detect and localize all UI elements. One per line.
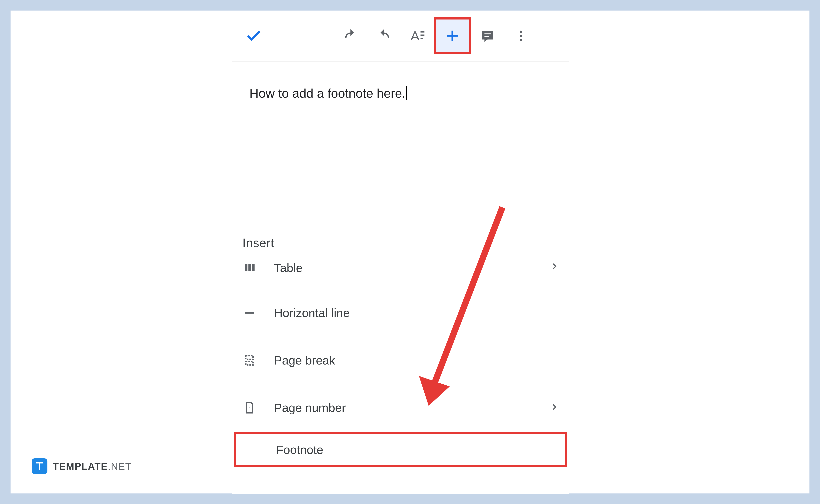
- svg-rect-10: [248, 264, 251, 271]
- comment-icon: [480, 28, 495, 43]
- watermark-brand: TEMPLATE: [53, 461, 108, 472]
- editor-toolbar: A: [232, 11, 569, 61]
- svg-text:1: 1: [248, 406, 251, 411]
- menu-item-horizontal-line[interactable]: Horizontal line: [232, 289, 569, 337]
- document-body[interactable]: How to add a footnote here.: [232, 61, 569, 227]
- insert-panel: Insert Table Horizontal line: [232, 227, 569, 467]
- svg-point-7: [520, 35, 522, 37]
- undo-button[interactable]: [334, 19, 367, 53]
- text-format-button[interactable]: A: [401, 19, 434, 53]
- svg-rect-11: [252, 264, 255, 271]
- pagebreak-icon: [242, 353, 256, 367]
- tutorial-frame: A How to add a footnote here. Insert: [11, 11, 809, 493]
- redo-icon: [376, 28, 392, 44]
- insert-panel-title: Insert: [232, 227, 569, 259]
- svg-rect-9: [245, 264, 248, 271]
- table-icon: [242, 261, 256, 275]
- chevron-right-icon: [550, 402, 559, 414]
- text-format-icon: A: [409, 28, 425, 44]
- svg-point-8: [520, 39, 522, 41]
- menu-label: Footnote: [276, 443, 557, 457]
- svg-text:A: A: [411, 28, 419, 43]
- insert-button-highlighted[interactable]: [434, 17, 471, 54]
- redo-button[interactable]: [367, 19, 401, 53]
- menu-item-page-break[interactable]: Page break: [232, 337, 569, 384]
- more-vert-icon: [514, 29, 528, 43]
- hline-icon: [242, 306, 256, 320]
- pagenum-icon: 1: [242, 401, 256, 415]
- menu-item-page-number[interactable]: 1 Page number: [232, 384, 569, 431]
- watermark-suffix: .NET: [108, 461, 132, 472]
- watermark-badge: T: [32, 458, 47, 474]
- document-text: How to add a footnote here.: [249, 86, 407, 100]
- watermark: T TEMPLATE.NET: [32, 458, 132, 474]
- svg-point-6: [520, 31, 522, 33]
- menu-label: Page break: [274, 353, 559, 367]
- plus-icon: [444, 28, 460, 44]
- chevron-right-icon: [550, 261, 559, 273]
- menu-item-table[interactable]: Table: [232, 259, 569, 289]
- comment-button[interactable]: [471, 19, 504, 53]
- more-button[interactable]: [504, 19, 538, 53]
- menu-item-footnote-highlighted[interactable]: Footnote: [234, 432, 567, 467]
- watermark-text: TEMPLATE.NET: [53, 461, 132, 472]
- check-icon: [245, 27, 263, 45]
- done-button[interactable]: [237, 19, 271, 53]
- undo-icon: [343, 28, 358, 44]
- menu-label: Page number: [274, 401, 550, 415]
- mobile-editor: A How to add a footnote here. Insert: [232, 11, 569, 494]
- menu-label: Horizontal line: [274, 306, 559, 320]
- menu-label: Table: [274, 261, 550, 275]
